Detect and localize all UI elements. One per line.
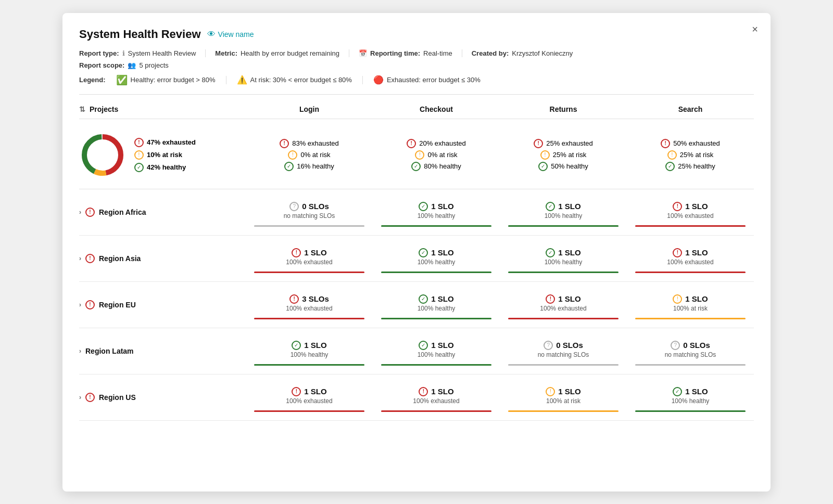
slo-cell: ?0 SLOsno matching SLOs xyxy=(627,337,754,366)
slo-bar xyxy=(508,225,619,227)
health-table: ⇅ Projects Login Checkout Returns Search xyxy=(79,105,754,421)
slo-cell: !1 SLO100% exhausted xyxy=(627,244,754,273)
slo-count: 1 SLO xyxy=(685,248,708,257)
region-rows: ›!Region Africa?0 SLOsno matching SLOs✓1… xyxy=(79,189,754,421)
slo-status-icon: ! xyxy=(289,294,299,304)
col-checkout: Checkout xyxy=(373,105,500,113)
slo-count: 1 SLO xyxy=(685,202,708,211)
legend-divider-1 xyxy=(226,76,226,84)
region-row: ›!Region US!1 SLO100% exhausted!1 SLO100… xyxy=(79,374,754,421)
slo-count: 1 SLO xyxy=(304,387,326,396)
slo-count-row: ?0 SLOs xyxy=(671,341,710,350)
slo-subtitle: 100% exhausted xyxy=(286,259,332,266)
expand-icon[interactable]: › xyxy=(79,255,81,262)
slo-bar xyxy=(381,318,491,319)
slo-count: 1 SLO xyxy=(431,341,453,350)
slo-bar xyxy=(508,410,619,412)
slo-cell: !3 SLOs100% exhausted xyxy=(246,290,373,319)
slo-bar xyxy=(381,272,491,273)
slo-cell: ✓1 SLO100% healthy xyxy=(373,290,500,319)
slo-status-icon: ? xyxy=(544,341,553,350)
slo-bar xyxy=(508,318,619,319)
summary-cell-search: !50% exhausted !25% at risk ✓25% healthy xyxy=(627,139,754,171)
slo-status-icon: ✓ xyxy=(546,248,555,257)
legend-healthy: ✅ Healthy: error budget > 80% xyxy=(116,74,216,86)
slo-bar xyxy=(254,272,364,273)
region-label: Region US xyxy=(99,393,136,402)
atrisk-icon: ! xyxy=(540,150,550,160)
slo-subtitle: 100% healthy xyxy=(291,351,329,358)
slo-status-icon: ✓ xyxy=(546,202,555,211)
slo-count: 1 SLO xyxy=(431,294,453,303)
expand-icon[interactable]: › xyxy=(79,301,81,308)
donut-chart xyxy=(79,132,126,178)
atrisk-icon: ! xyxy=(288,150,297,160)
slo-count-row: !1 SLO xyxy=(546,387,580,396)
close-button[interactable]: × xyxy=(752,23,758,35)
expand-icon[interactable]: › xyxy=(79,347,81,355)
slo-status-icon: ✓ xyxy=(419,202,428,211)
slo-bar xyxy=(381,364,491,366)
region-name-cell: ›!Region Asia xyxy=(79,254,246,263)
expand-icon[interactable]: › xyxy=(79,209,81,216)
scope-row: Report scope: 👥 5 projects xyxy=(79,61,754,69)
region-status-icon: ! xyxy=(85,300,95,309)
slo-cell: ✓1 SLO100% healthy xyxy=(373,198,500,227)
slo-subtitle: 100% exhausted xyxy=(413,397,459,405)
atrisk-icon: ! xyxy=(667,150,677,160)
region-status-icon: ! xyxy=(85,393,95,402)
view-name-link[interactable]: 👁 View name xyxy=(207,30,254,39)
summary-cell-checkout: !20% exhausted !0% at risk ✓80% healthy xyxy=(373,139,500,171)
page-title: System Health Review xyxy=(79,28,201,41)
region-name-cell: ›!Region Africa xyxy=(79,208,246,217)
slo-count: 0 SLOs xyxy=(302,202,329,211)
meta-created-by: Created by: Krzysztof Konieczny xyxy=(472,49,583,57)
healthy-icon: ✓ xyxy=(284,162,294,171)
slo-cell: ?0 SLOsno matching SLOs xyxy=(500,337,627,366)
slo-status-icon: ✓ xyxy=(673,387,682,396)
slo-cell: ✓1 SLO100% healthy xyxy=(373,244,500,273)
summary-cell-returns: !25% exhausted !25% at risk ✓50% healthy xyxy=(500,139,627,171)
stat-atrisk: ! 10% at risk xyxy=(134,150,196,160)
slo-status-icon: ✓ xyxy=(419,248,428,257)
slo-count: 1 SLO xyxy=(558,202,580,211)
region-row: ›!Region Asia!1 SLO100% exhausted✓1 SLO1… xyxy=(79,236,754,282)
slo-count-row: ✓1 SLO xyxy=(419,294,453,304)
atrisk-icon: ! xyxy=(415,150,424,160)
legend-atrisk: ⚠️ At risk: 30% < error budget ≤ 80% xyxy=(237,75,352,85)
sort-icon[interactable]: ⇅ xyxy=(79,105,85,113)
meta-row: Report type: ℹ System Health Review Metr… xyxy=(79,49,754,57)
slo-cell: ✓1 SLO100% healthy xyxy=(500,198,627,227)
slo-cell: !1 SLO100% exhausted xyxy=(246,383,373,412)
slo-bar xyxy=(254,410,364,412)
slo-count: 1 SLO xyxy=(685,294,708,303)
slo-subtitle: no matching SLOs xyxy=(538,351,589,358)
slo-status-icon: ! xyxy=(292,248,301,257)
exhausted-icon: ! xyxy=(280,139,289,148)
region-label: Region Asia xyxy=(99,254,141,263)
exhausted-icon: ! xyxy=(407,139,416,148)
slo-count: 1 SLO xyxy=(431,248,453,257)
exhausted-icon: ! xyxy=(661,139,670,148)
healthy-icon: ✓ xyxy=(411,162,421,171)
col-projects: ⇅ Projects xyxy=(79,105,246,113)
slo-count-row: !1 SLO xyxy=(546,294,580,304)
slo-count: 1 SLO xyxy=(558,387,580,396)
slo-subtitle: no matching SLOs xyxy=(665,351,716,358)
exhausted-icon: ! xyxy=(134,138,144,147)
expand-icon[interactable]: › xyxy=(79,394,81,401)
slo-subtitle: 100% exhausted xyxy=(667,259,713,266)
slo-subtitle: 100% healthy xyxy=(545,212,583,219)
slo-count: 1 SLO xyxy=(558,294,580,303)
slo-count-row: ✓1 SLO xyxy=(419,248,453,257)
table-header: ⇅ Projects Login Checkout Returns Search xyxy=(79,105,754,119)
slo-status-icon: ! xyxy=(546,387,555,396)
slo-count-row: ✓1 SLO xyxy=(546,248,580,257)
slo-status-icon: ! xyxy=(292,387,301,396)
slo-subtitle: 100% exhausted xyxy=(540,305,586,312)
stat-exhausted: ! 47% exhausted xyxy=(134,138,196,147)
slo-cell: !1 SLO100% at risk xyxy=(500,383,627,412)
slo-bar xyxy=(254,318,364,319)
slo-subtitle: 100% healthy xyxy=(418,212,456,219)
slo-subtitle: 100% healthy xyxy=(545,259,583,266)
